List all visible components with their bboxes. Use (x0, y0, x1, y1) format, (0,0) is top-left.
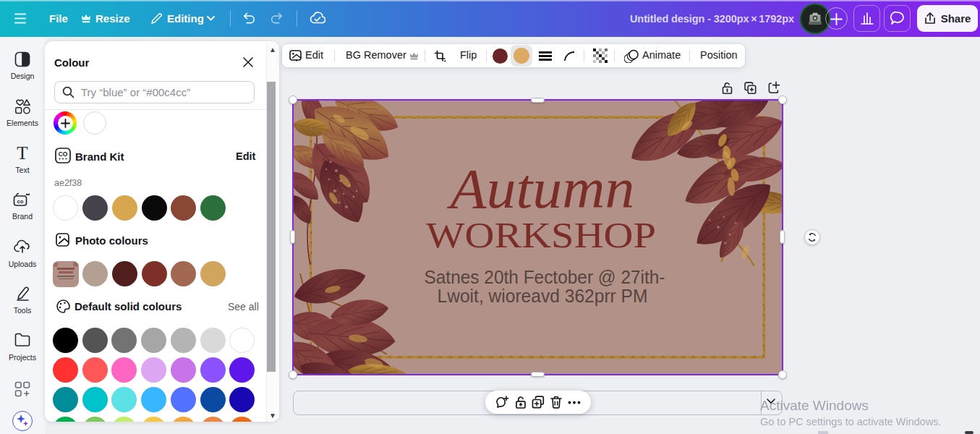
svg-text:Satnes 20th Fectober @ 27ith-: Satnes 20th Fectober @ 27ith- (425, 267, 665, 287)
svg-text:Autumn: Autumn (446, 157, 634, 220)
svg-text:WORKSHOP: WORKSHOP (426, 215, 656, 255)
svg-text:co: co (17, 198, 24, 205)
svg-text:T: T (17, 145, 27, 161)
svg-text:CO: CO (59, 150, 68, 158)
svg-text:Lwoit, wioreavd 362prr PM: Lwoit, wioreavd 362prr PM (438, 286, 648, 306)
